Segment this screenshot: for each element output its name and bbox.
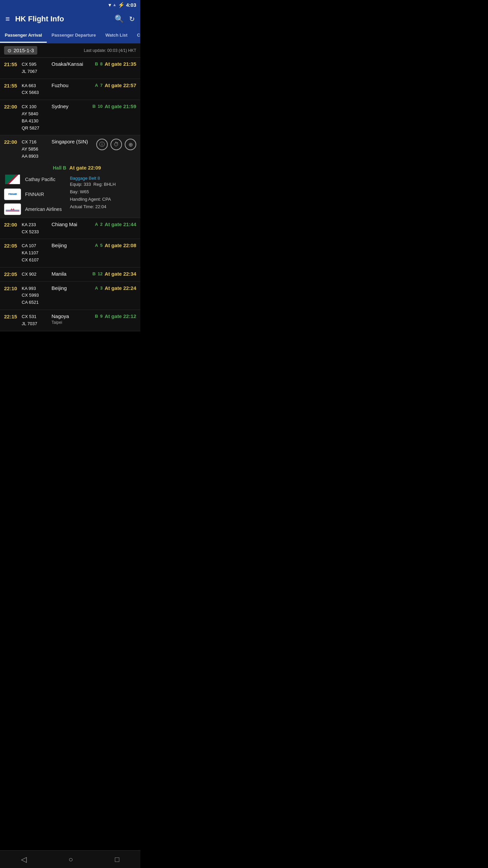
gate-number: 3 xyxy=(100,285,102,291)
selected-date: 2015-1-3 xyxy=(14,47,34,53)
flight-row[interactable]: 22:05 CX 902 Manila B 12 At gate 22:34 xyxy=(0,268,140,282)
flight-destination: Singapore (SIN) xyxy=(52,139,94,144)
gate-number: 5 xyxy=(100,243,102,248)
airline-item: FINNAIR FINNAIR xyxy=(4,189,62,200)
wifi-icon: ▾ xyxy=(108,2,111,8)
history-button[interactable]: ⏱ xyxy=(110,139,122,150)
flight-numbers: CX 531JL 7037 xyxy=(22,313,49,328)
date-selector[interactable]: ⊙ 2015-1-3 xyxy=(4,46,37,55)
flight-numbers: CX 902 xyxy=(22,271,49,278)
gate-number: 2 xyxy=(100,222,102,227)
flight-numbers: CA 107KA 1107CX 6107 xyxy=(22,242,49,263)
tab-passenger-arrival[interactable]: Passenger Arrival xyxy=(0,28,47,43)
tab-cargo-arrival[interactable]: Cargo Arrival xyxy=(132,28,140,43)
gate-info: B 10 At gate 21:59 xyxy=(93,103,136,109)
app-bar: ≡ HK Flight Info 🔍 ↻ xyxy=(0,9,140,28)
cx-diagonal xyxy=(5,175,20,184)
gate-info: A 5 At gate 22:08 xyxy=(95,242,136,248)
flight-row[interactable]: 22:10 KA 993CX 5993CA 6521 Beijing A 3 A… xyxy=(0,282,140,310)
expanded-icons: ⓘ ⏱ ⊕ xyxy=(96,139,136,150)
battery-icon: ⚡ xyxy=(118,2,125,8)
flight-numbers: CX 595JL 7067 xyxy=(22,61,49,75)
flight-numbers: CX 716AY 5856AA 8903 xyxy=(22,139,49,160)
cx-logo xyxy=(5,175,20,184)
gate-info: A 2 At gate 21:44 xyxy=(95,221,136,227)
flight-time: 22:00 xyxy=(4,139,19,145)
baggage-belt: Baggage Belt 8 xyxy=(70,176,116,181)
app-title: HK Flight Info xyxy=(15,15,109,23)
airline-name: Cathay Pacific xyxy=(25,177,55,182)
flight-destination: Fuzhou xyxy=(52,82,92,88)
flight-row[interactable]: 22:05 CA 107KA 1107CX 6107 Beijing A 5 A… xyxy=(0,239,140,267)
expanded-gate-status: Hall B At gate 22:09 xyxy=(0,163,140,171)
refresh-button[interactable]: ↻ xyxy=(129,15,135,23)
gate-number: 7 xyxy=(100,83,102,88)
gate-number: 8 xyxy=(100,61,102,66)
flight-status: At gate 22:34 xyxy=(105,271,136,277)
hall-label: A xyxy=(95,243,98,248)
gate-info: A 7 At gate 22:57 xyxy=(95,82,136,88)
flight-time: 22:05 xyxy=(4,271,19,278)
menu-icon[interactable]: ≡ xyxy=(5,15,10,23)
flight-destination: NagoyaTaipei xyxy=(52,313,92,325)
airline-name: American Airlines xyxy=(25,206,62,212)
aa-logo: AA xyxy=(5,204,20,214)
flight-time: 22:00 xyxy=(4,221,19,228)
tab-bar: Passenger Arrival Passenger Departure Wa… xyxy=(0,28,140,43)
add-button[interactable]: ⊕ xyxy=(125,139,136,150)
flight-status: At gate 22:12 xyxy=(105,313,136,319)
hall-tag: Hall B xyxy=(53,165,66,171)
flight-status: At gate 22:57 xyxy=(105,82,136,88)
airline-list: Cathay Pacific FINNAIR FINNAIR xyxy=(0,171,140,218)
flight-row[interactable]: 22:00 CX 100AY 5840BA 4130QR 5827 Sydney… xyxy=(0,100,140,135)
flight-details: Baggage Belt 8 Equip: 333 Reg: BHLH Bay:… xyxy=(66,174,120,215)
hall-label: A xyxy=(95,83,98,88)
search-button[interactable]: 🔍 xyxy=(115,15,124,23)
flight-status: At gate 22:08 xyxy=(105,242,136,248)
flight-row-expanded[interactable]: 22:00 CX 716AY 5856AA 8903 Singapore (SI… xyxy=(0,135,140,218)
flight-row[interactable]: 21:55 KA 663CX 5663 Fuzhou A 7 At gate 2… xyxy=(0,79,140,100)
info-button[interactable]: ⓘ xyxy=(96,139,108,150)
airline-logo-cx xyxy=(4,174,21,185)
flight-row[interactable]: 21:55 CX 595JL 7067 Osaka/Kansai B 8 At … xyxy=(0,58,140,79)
tab-passenger-departure[interactable]: Passenger Departure xyxy=(47,28,101,43)
finnair-text: FINNAIR xyxy=(8,193,17,195)
flight-row[interactable]: 22:00 KA 233CX 5233 Chiang Mai A 2 At ga… xyxy=(0,218,140,239)
tab-watch-list[interactable]: Watch List xyxy=(101,28,132,43)
flight-status: At gate 21:59 xyxy=(105,103,136,109)
flight-destination: Sydney xyxy=(52,103,90,109)
airline-logo-finnair: FINNAIR xyxy=(4,189,21,200)
airline-name: FINNAIR xyxy=(25,192,44,197)
flight-time: 22:10 xyxy=(4,285,19,292)
flight-destination: Beijing xyxy=(52,242,92,248)
hall-label: B xyxy=(95,61,98,66)
flight-numbers: CX 100AY 5840BA 4130QR 5827 xyxy=(22,103,49,132)
flight-destination: Manila xyxy=(52,271,90,277)
hall-label: A xyxy=(95,285,98,291)
flight-destination: Beijing xyxy=(52,285,92,291)
flight-numbers: KA 993CX 5993CA 6521 xyxy=(22,285,49,306)
hall-label: B xyxy=(93,104,96,109)
flight-numbers: KA 233CX 5233 xyxy=(22,221,49,236)
gate-number: 12 xyxy=(98,271,102,276)
hall-label: B xyxy=(95,314,98,319)
signal-icon: ▲ xyxy=(113,2,117,7)
flight-row[interactable]: 22:15 CX 531JL 7037 NagoyaTaipei B 9 At … xyxy=(0,310,140,331)
status-time: 4:03 xyxy=(126,2,136,8)
hall-label: A xyxy=(95,222,98,227)
flight-destination: Osaka/Kansai xyxy=(52,61,92,67)
airline-item: AA American Airlines xyxy=(4,203,62,215)
last-update-text: Last update: 00:03 (4/1) HKT xyxy=(84,48,136,53)
finnair-logo: FINNAIR xyxy=(5,190,20,199)
actual-time: Actual Time: 22:04 xyxy=(70,203,116,211)
status-icons: ▾ ▲ ⚡ 4:03 xyxy=(108,2,136,8)
handling-agent: Handling Agent: CPA xyxy=(70,196,116,203)
flight-time: 22:15 xyxy=(4,313,19,320)
gate-info: B 12 At gate 22:34 xyxy=(93,271,136,277)
flight-status: At gate 21:44 xyxy=(105,221,136,227)
status-bar: ▾ ▲ ⚡ 4:03 xyxy=(0,0,140,9)
gate-status: At gate 22:09 xyxy=(69,165,101,171)
aa-logo-svg: AA xyxy=(6,205,19,214)
airline-logo-aa: AA xyxy=(4,203,21,215)
gate-number: 10 xyxy=(98,104,102,109)
